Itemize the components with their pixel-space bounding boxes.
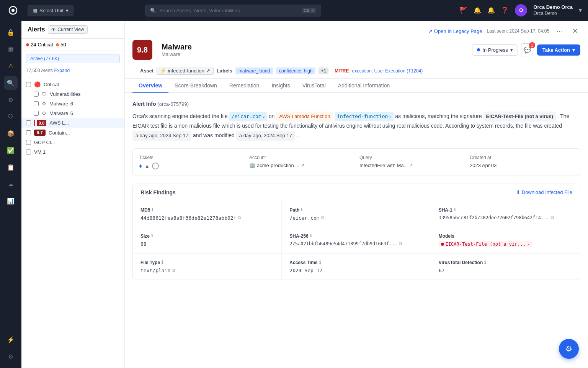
tab-overview[interactable]: Overview bbox=[132, 79, 168, 93]
risk-cell-path: Path ℹ /eicar.com ⧉ bbox=[282, 201, 431, 227]
comment-button[interactable]: 💬 1 bbox=[521, 43, 534, 56]
alert-item-malware-6b[interactable]: ⚙ Malware 6 bbox=[21, 108, 124, 118]
contain-score: 9.7 bbox=[34, 130, 46, 136]
sidebar-item-chart[interactable]: 📊 bbox=[4, 194, 18, 208]
alert-item-contain[interactable]: 9.7 Contain... bbox=[21, 128, 124, 138]
take-action-label: Take Action bbox=[542, 47, 570, 53]
tickets-label: Tickets bbox=[139, 155, 243, 160]
sha1-info-icon: ℹ bbox=[454, 207, 456, 212]
tab-virustotal[interactable]: VirusTotal bbox=[296, 79, 332, 93]
critical-checkbox[interactable] bbox=[26, 82, 31, 87]
topnav: ▦ Select Unit ▾ 🔍 Ctrl K 🚩 🔔 🔔 ❓ O Orca … bbox=[0, 0, 588, 21]
sidebar-item-lock[interactable]: 🔒 bbox=[4, 25, 18, 39]
user-avatar[interactable]: O bbox=[515, 4, 527, 16]
sidebar-item-grid[interactable]: ▦ bbox=[4, 42, 18, 56]
sha1-value: 3395856ce81f2b7382dee72602f798b642f14...… bbox=[439, 215, 572, 220]
flag-icon[interactable]: 🚩 bbox=[460, 7, 467, 14]
active-filter[interactable]: Active (77.6K) bbox=[26, 54, 120, 63]
fab-icon: ⚙ bbox=[565, 344, 572, 353]
malware-6b-checkbox[interactable] bbox=[34, 111, 39, 116]
sidebar-item-settings[interactable]: ⚙ bbox=[4, 350, 18, 363]
aws-lambda-checkbox[interactable] bbox=[26, 120, 31, 125]
alert-group-critical[interactable]: 🔴 Critical bbox=[21, 79, 124, 89]
contain-checkbox[interactable] bbox=[26, 130, 31, 135]
tag-plus[interactable]: +1 bbox=[318, 67, 328, 74]
desc-and: and was modified bbox=[193, 132, 235, 138]
filetype-copy-icon[interactable]: ⧉ bbox=[172, 268, 175, 273]
vuln-checkbox[interactable] bbox=[34, 92, 39, 97]
sidebar: 🔒 ▦ ⚠ 🔍 ⚙ 🛡 📦 ✅ 📋 ☁ 📊 ⚡ ⚙ bbox=[0, 21, 21, 368]
alert-item-malware-6a[interactable]: ⚙ Malware 6 bbox=[21, 99, 124, 108]
meta-account: Account 🏢 acme-production ... ↗ bbox=[249, 155, 353, 169]
nav-icons: 🚩 🔔 🔔 ❓ O Orca Demo Orca Orca Demo ▾ bbox=[460, 4, 582, 16]
mitre-label: MITRE bbox=[335, 68, 349, 74]
current-view-label: Current View bbox=[57, 27, 84, 32]
legacy-page-link[interactable]: ↗ Open In Legacy Page bbox=[428, 28, 482, 34]
virustotal-label: VirusTotal Detection ℹ bbox=[439, 260, 572, 265]
fab-button[interactable]: ⚙ bbox=[559, 339, 579, 359]
gcp-checkbox[interactable] bbox=[26, 140, 31, 145]
alert-item-aws-lambda[interactable]: 9.8 AWS L... bbox=[21, 118, 124, 128]
account-label: Account bbox=[249, 155, 353, 160]
ticket-jira-icon[interactable]: ♦ bbox=[139, 163, 142, 169]
sidebar-item-nodes[interactable]: ⚙ bbox=[4, 93, 18, 107]
access-time-info-icon: ℹ bbox=[319, 260, 321, 265]
download-infected-file-link[interactable]: ⬇ Download Infected File bbox=[516, 189, 572, 195]
expand-link[interactable]: Expand bbox=[54, 68, 70, 73]
current-view-button[interactable]: 👁 Current View bbox=[48, 25, 87, 34]
alert-id: orca-675799 bbox=[159, 101, 187, 107]
sha1-copy-icon[interactable]: ⧉ bbox=[551, 215, 554, 220]
sidebar-item-alerts[interactable]: ⚠ bbox=[4, 59, 18, 73]
alert-bell-icon[interactable]: 🔔 bbox=[487, 7, 495, 14]
tab-score-breakdown[interactable]: Score Breakdown bbox=[168, 79, 223, 93]
mitre-link[interactable]: execution: User Execution (T1204) bbox=[352, 68, 423, 74]
sidebar-item-list[interactable]: 📋 bbox=[4, 160, 18, 174]
ticket-asana-icon[interactable]: ▲ bbox=[144, 163, 150, 169]
close-button[interactable]: ✕ bbox=[570, 26, 580, 36]
sidebar-item-box[interactable]: 📦 bbox=[4, 127, 18, 140]
risk-findings-section: Risk Findings ⬇ Download Infected File M… bbox=[132, 184, 580, 280]
high-dot bbox=[56, 43, 59, 46]
md5-copy-icon[interactable]: ⧉ bbox=[238, 215, 241, 220]
alert-item-vulnerabilities[interactable]: 🛡 Vulnerabilities bbox=[21, 89, 124, 99]
chevron-down-icon: ▾ bbox=[66, 8, 69, 13]
status-dropdown[interactable]: In Progress ▾ bbox=[472, 44, 518, 56]
bell-icon[interactable]: 🔔 bbox=[474, 7, 481, 14]
sha256-info-icon: ℹ bbox=[310, 233, 312, 238]
user-name: Orca Demo Orca bbox=[533, 4, 573, 11]
sidebar-item-shield[interactable]: 🛡 bbox=[4, 110, 18, 123]
meta-tickets: Tickets ♦ ▲ bbox=[139, 155, 243, 169]
risk-cell-sha256: SHA-256 ℹ 275a021bbfb6489e54d471899f7db9… bbox=[282, 227, 431, 254]
models-external-icon[interactable]: ↗ bbox=[527, 242, 529, 246]
sidebar-item-integrations[interactable]: ⚡ bbox=[4, 333, 18, 347]
query-external-icon[interactable]: ↗ bbox=[409, 163, 413, 168]
models-value: EICAR-Test-File (not a vir... ↗ bbox=[439, 241, 572, 247]
sha256-copy-icon[interactable]: ⧉ bbox=[399, 241, 402, 246]
tab-additional-info[interactable]: Additional Information bbox=[332, 79, 396, 93]
alerts-counts: 24 Critical 50 bbox=[21, 39, 124, 51]
alerts-list: 🔴 Critical 🛡 Vulnerabilities ⚙ Malware 6… bbox=[21, 76, 124, 368]
desc-signature: EICAR-Test-File (not a virus) bbox=[483, 112, 556, 122]
vm-checkbox[interactable] bbox=[26, 150, 31, 154]
tab-remediation[interactable]: Remediation bbox=[223, 79, 266, 93]
status-chevron: ▾ bbox=[510, 47, 513, 53]
help-icon[interactable]: ❓ bbox=[501, 7, 509, 14]
take-action-button[interactable]: Take Action ▾ bbox=[537, 44, 580, 56]
alert-type: Malware bbox=[162, 51, 467, 57]
alert-item-vm[interactable]: VM 1 bbox=[21, 147, 124, 157]
path-copy-icon[interactable]: ⧉ bbox=[321, 215, 325, 220]
select-unit-button[interactable]: ▦ Select Unit ▾ bbox=[28, 5, 74, 16]
account-external-icon[interactable]: ↗ bbox=[301, 163, 304, 168]
more-button[interactable]: ⋯ bbox=[554, 26, 565, 36]
size-info-icon: ℹ bbox=[151, 233, 153, 238]
search-input[interactable] bbox=[159, 8, 299, 13]
sidebar-item-check[interactable]: ✅ bbox=[4, 143, 18, 157]
user-chevron-icon[interactable]: ▾ bbox=[579, 7, 582, 14]
malware-6a-checkbox[interactable] bbox=[34, 101, 39, 106]
asset-link[interactable]: ⚡ infected-function ↗ bbox=[157, 67, 213, 75]
sidebar-item-cloud[interactable]: ☁ bbox=[4, 177, 18, 191]
tab-insights[interactable]: Insights bbox=[265, 79, 296, 93]
sidebar-item-search[interactable]: 🔍 bbox=[4, 76, 18, 90]
alert-item-gcp[interactable]: GCP Cl... bbox=[21, 138, 124, 147]
status-dot bbox=[477, 48, 480, 51]
